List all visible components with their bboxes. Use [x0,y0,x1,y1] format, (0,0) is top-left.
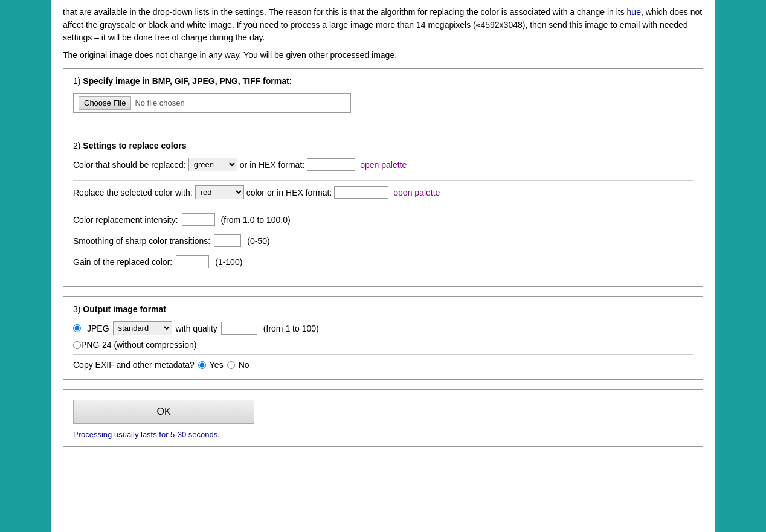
file-input-display: Choose File No file chosen [73,93,351,113]
section1-box: 1) Specify image in BMP, GIF, JPEG, PNG,… [63,68,703,123]
gain-range: (1-100) [215,257,242,267]
file-input-row: Choose File No file chosen [73,93,693,113]
divider3 [73,354,693,355]
color-replace-label: Color that should be replaced: [73,160,186,170]
section2-box: 2) Settings to replace colors Color that… [63,133,703,287]
section2-title: 2) Settings to replace colors [73,141,693,150]
gain-label: Gain of the replaced color: [73,257,172,267]
jpeg-row: JPEG standard progressive optimized with… [73,321,693,335]
no-file-text: No file chosen [135,98,184,107]
exif-label: Copy EXIF and other metadata? [73,360,195,370]
section1-title-text: Specify image in BMP, GIF, JPEG, PNG, TI… [80,76,292,86]
exif-yes-label: Yes [210,360,224,370]
png-radio[interactable] [73,341,81,349]
jpeg-label: JPEG [87,324,109,333]
exif-yes-radio[interactable] [198,361,206,369]
quality-input[interactable]: 92 [221,322,257,335]
section2-title-text: Settings to replace colors [80,141,186,150]
divider2 [73,208,693,208]
color-replace-select[interactable]: green red blue yellow orange purple cyan… [188,158,237,171]
choose-file-button[interactable]: Choose File [79,96,131,110]
color-hex-label2: color or in HEX format: [246,188,332,197]
with-quality-label: with quality [176,324,217,333]
section1-title: 1) Specify image in BMP, GIF, JPEG, PNG,… [73,76,693,86]
smoothing-label: Smoothing of sharp color transitions: [73,236,210,246]
intensity-range: (from 1.0 to 100.0) [221,215,291,225]
exif-no-label: No [239,360,249,370]
page-wrapper: that are available in the drop-down list… [0,0,766,532]
png-label: PNG-24 (without compression) [81,340,196,350]
intensity-row: Color replacement intensity: 25 (from 1.… [73,213,693,226]
or-hex-label1: or in HEX format: [240,160,304,170]
replace-with-label: Replace the selected color with: [73,188,193,197]
color-hex-input1[interactable] [307,158,355,171]
hue-link[interactable]: hue [627,7,641,17]
replace-with-row: Replace the selected color with: red gre… [73,185,693,199]
ok-section: OK Processing usually lasts for 5-30 sec… [63,389,703,447]
smoothing-range: (0-50) [247,236,269,246]
replace-with-select[interactable]: red green blue yellow orange purple cyan… [195,185,244,199]
color-replace-row: Color that should be replaced: green red… [73,158,693,171]
smoothing-input[interactable]: 5 [214,234,241,247]
section3-box: 3) Output image format JPEG standard pro… [63,296,703,380]
smoothing-row: Smoothing of sharp color transitions: 5 … [73,234,693,247]
processing-note: Processing usually lasts for 5-30 second… [73,430,693,439]
original-note: The original image does not change in an… [63,50,703,60]
exif-no-radio[interactable] [227,361,235,369]
open-palette-link2[interactable]: open palette [393,188,440,197]
divider1 [73,180,693,181]
section2-number: 2) [73,141,80,150]
section3-number: 3) [73,304,80,314]
jpeg-type-select[interactable]: standard progressive optimized [113,321,172,335]
gain-row: Gain of the replaced color: 50 (1-100) [73,255,693,268]
exif-row: Copy EXIF and other metadata? Yes No [73,360,693,370]
intensity-input[interactable]: 25 [182,213,215,226]
section1-number: 1) [73,76,80,86]
color-hex-input2[interactable] [334,186,388,199]
intensity-label: Color replacement intensity: [73,215,178,225]
open-palette-link1[interactable]: open palette [360,160,407,170]
quality-range: (from 1 to 100) [263,324,319,333]
intro-paragraph1: that are available in the drop-down list… [63,6,703,44]
jpeg-radio[interactable] [73,324,81,332]
ok-button[interactable]: OK [73,400,254,424]
section3-title-text: Output image format [80,304,166,314]
main-content: that are available in the drop-down list… [51,0,715,532]
gain-input[interactable]: 50 [176,255,209,268]
section3-title: 3) Output image format [73,304,693,314]
png-row: PNG-24 (without compression) [73,340,693,350]
